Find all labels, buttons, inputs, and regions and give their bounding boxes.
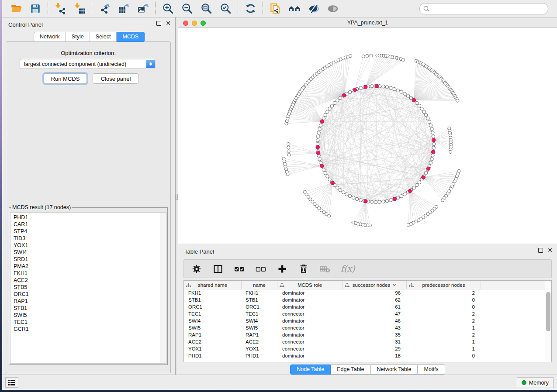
table-panel-title: Table Panel bbox=[184, 248, 214, 255]
mcds-result-group: MCDS result (17 nodes) PHD1CAR1STP4TID3Y… bbox=[9, 204, 168, 365]
column-header[interactable]: name bbox=[242, 281, 277, 289]
table-row[interactable]: RAP1RAP1dominator352 bbox=[184, 331, 545, 338]
zoom-fit-icon[interactable] bbox=[200, 2, 213, 15]
cytoscape-app: Control Panel ✕ Network Style Select MCD… bbox=[0, 0, 557, 392]
table-panel: Table Panel ✕ bbox=[178, 244, 557, 375]
network-window: YPA_prune.txt_1 bbox=[178, 18, 557, 244]
export-image-icon[interactable] bbox=[136, 2, 149, 15]
delete-table-icon[interactable] bbox=[318, 262, 332, 275]
memory-button[interactable]: Memory bbox=[517, 377, 554, 388]
table-row[interactable]: PHD1PHD1dominator180 bbox=[184, 352, 545, 359]
result-item[interactable]: YOX1 bbox=[10, 242, 159, 249]
splitter-grip[interactable] bbox=[176, 194, 178, 200]
column-header[interactable]: MCDS role bbox=[277, 281, 343, 289]
result-item[interactable]: ACE2 bbox=[10, 277, 159, 284]
network-view[interactable] bbox=[178, 28, 557, 244]
mcds-panel: Optimization criterion: largest connecte… bbox=[6, 41, 171, 373]
optimization-criterion-select[interactable]: largest connected component (undirected) bbox=[20, 59, 156, 69]
result-item[interactable]: ORC1 bbox=[10, 291, 159, 298]
result-item[interactable]: CAR1 bbox=[10, 221, 159, 228]
result-item[interactable]: FKH1 bbox=[10, 270, 159, 277]
main-toolbar bbox=[2, 0, 557, 17]
tab-select[interactable]: Select bbox=[90, 32, 117, 42]
result-item[interactable]: PHD1 bbox=[10, 214, 159, 221]
toolbar-separator bbox=[155, 2, 156, 15]
table-row[interactable]: ACE2ACE2connector311 bbox=[184, 338, 545, 345]
copy-style-icon[interactable] bbox=[269, 2, 282, 15]
close-panel-icon[interactable]: ✕ bbox=[166, 21, 171, 26]
tab-motifs[interactable]: Motifs bbox=[418, 364, 445, 375]
show-columns-icon[interactable] bbox=[211, 262, 225, 275]
control-panel-title: Control Panel bbox=[8, 21, 43, 28]
tab-network-table[interactable]: Network Table bbox=[371, 364, 418, 375]
zoom-out-icon[interactable] bbox=[180, 2, 194, 15]
table-row[interactable]: SWI4SWI4dominator462 bbox=[184, 317, 545, 324]
import-network-icon[interactable] bbox=[54, 2, 67, 15]
result-item[interactable]: TEC1 bbox=[10, 319, 159, 326]
table-row[interactable]: SWI5SWI5connector431 bbox=[184, 324, 545, 331]
svg-text:f(x): f(x) bbox=[341, 264, 356, 273]
column-header[interactable]: successor nodes bbox=[343, 281, 407, 289]
result-item[interactable]: PMA2 bbox=[10, 263, 159, 270]
tab-network[interactable]: Network bbox=[34, 32, 66, 42]
save-session-icon[interactable] bbox=[29, 2, 42, 15]
result-item[interactable]: STP4 bbox=[10, 228, 159, 235]
sort-chevron-icon bbox=[392, 283, 396, 287]
table-row[interactable]: STB1STB1dominator620 bbox=[184, 296, 545, 303]
close-panel-button[interactable]: Close panel bbox=[93, 73, 139, 84]
column-header[interactable]: predecessor nodes bbox=[407, 281, 481, 289]
tab-edge-table[interactable]: Edge Table bbox=[331, 364, 370, 375]
mcds-result-list: PHD1CAR1STP4TID3YOX1SWI4SRD1PMA2FKH1ACE2… bbox=[10, 214, 159, 363]
unselect-all-columns-icon[interactable] bbox=[254, 262, 267, 275]
run-mcds-button[interactable]: Run MCDS bbox=[44, 73, 87, 84]
mcds-result-scrollbar[interactable] bbox=[160, 213, 166, 363]
first-neighbors-icon[interactable] bbox=[288, 2, 301, 15]
result-item[interactable]: SWI4 bbox=[10, 249, 159, 256]
result-item[interactable]: TID3 bbox=[10, 235, 159, 242]
birds-eye-view-icon[interactable] bbox=[326, 2, 339, 15]
table-row[interactable]: FKH1FKH1dominator962 bbox=[184, 289, 545, 296]
table-settings-icon[interactable] bbox=[190, 262, 203, 275]
result-item[interactable]: STB1 bbox=[10, 305, 159, 312]
table-row[interactable]: ORC1ORC1dominator610 bbox=[184, 303, 545, 310]
tab-style[interactable]: Style bbox=[66, 32, 90, 42]
optimization-criterion-value: largest connected component (undirected) bbox=[24, 61, 126, 67]
show-panels-list-button[interactable] bbox=[5, 377, 18, 388]
function-builder-icon[interactable]: f(x) bbox=[340, 262, 360, 275]
search-input[interactable] bbox=[419, 3, 548, 14]
zoom-selected-icon[interactable] bbox=[219, 2, 232, 15]
table-scrollbar-thumb[interactable] bbox=[546, 292, 550, 331]
hide-graphics-icon[interactable] bbox=[307, 2, 320, 15]
open-file-icon[interactable] bbox=[10, 2, 23, 15]
float-panel-icon[interactable] bbox=[156, 21, 161, 26]
table-header-row[interactable]: shared namenameMCDS rolesuccessor nodesp… bbox=[184, 281, 545, 289]
column-header[interactable]: shared name bbox=[184, 281, 242, 289]
float-panel-icon[interactable] bbox=[538, 248, 543, 253]
table-row[interactable]: YOX1YOX1connector291 bbox=[184, 345, 545, 352]
toolbar-separator bbox=[263, 2, 263, 15]
status-bar: Memory bbox=[2, 375, 557, 390]
result-item[interactable]: RAP1 bbox=[10, 298, 159, 305]
close-panel-icon[interactable]: ✕ bbox=[547, 248, 553, 253]
tab-node-table[interactable]: Node Table bbox=[290, 364, 331, 375]
table-row[interactable]: TEC1TEC1connector472 bbox=[184, 310, 545, 317]
result-item[interactable]: GCR1 bbox=[10, 326, 159, 333]
control-panel-tabs: Network Style Select MCDS bbox=[34, 32, 145, 42]
result-item[interactable]: STB5 bbox=[10, 284, 159, 291]
tab-mcds[interactable]: MCDS bbox=[117, 32, 145, 42]
search-icon bbox=[423, 5, 430, 14]
result-item[interactable]: SRD1 bbox=[10, 256, 159, 263]
zoom-in-icon[interactable] bbox=[161, 2, 174, 15]
export-table-icon[interactable] bbox=[117, 2, 130, 15]
refresh-icon[interactable] bbox=[244, 2, 257, 15]
network-titlebar[interactable]: YPA_prune.txt_1 bbox=[178, 18, 557, 28]
select-all-columns-icon[interactable] bbox=[233, 262, 246, 275]
add-column-icon[interactable] bbox=[276, 262, 289, 275]
table-scrollbar[interactable] bbox=[545, 281, 551, 362]
result-item[interactable]: SWI5 bbox=[10, 312, 159, 319]
delete-column-icon[interactable] bbox=[297, 262, 310, 275]
import-table-icon[interactable] bbox=[73, 2, 86, 15]
mcds-result-title: MCDS result (17 nodes) bbox=[11, 204, 72, 210]
export-network-icon[interactable] bbox=[98, 2, 111, 15]
panel-splitter[interactable] bbox=[175, 17, 178, 375]
